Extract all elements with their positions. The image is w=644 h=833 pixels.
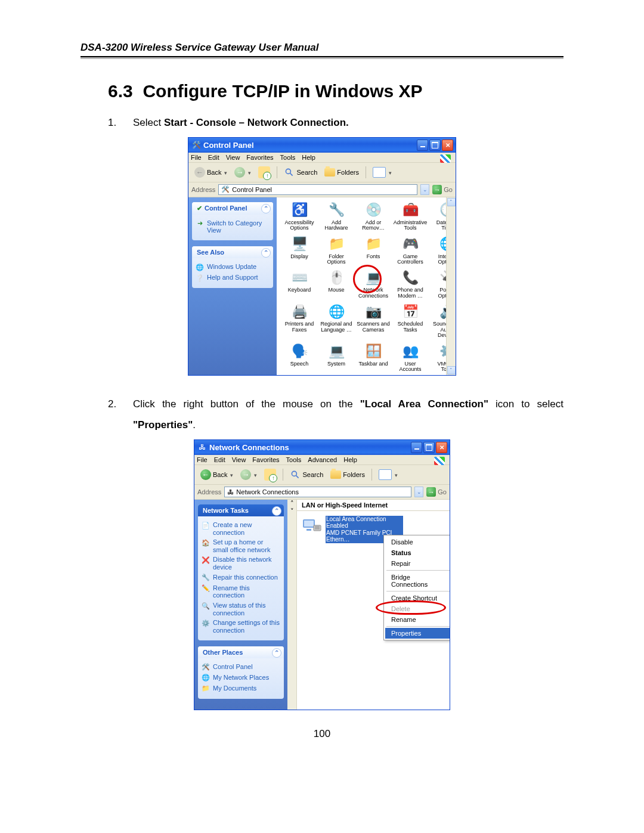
minimize-button[interactable] (411, 442, 422, 453)
minimize-button[interactable] (417, 140, 428, 151)
collapse-icon[interactable]: ⌃ (272, 506, 281, 516)
menu-help[interactable]: Help (343, 456, 357, 463)
cp-item[interactable]: 💿Add or Remov… (357, 201, 390, 231)
menu-help[interactable]: Help (302, 154, 315, 161)
cp-item[interactable]: 📁Folder Options (320, 235, 353, 265)
sidebar-control-panel-head[interactable]: ✔Control Panel ⌃ (192, 202, 273, 215)
collapse-icon[interactable]: ⌃ (261, 204, 271, 213)
cp-item[interactable]: 🪟Taskbar and (357, 342, 390, 373)
search-button[interactable]: Search (287, 468, 326, 481)
network-task[interactable]: ✏️Rename this connection (202, 583, 280, 600)
menu-favorites[interactable]: Favorites (246, 154, 273, 161)
menu-item[interactable]: Status (385, 547, 450, 558)
menu-edit[interactable]: Edit (214, 456, 225, 463)
titlebar[interactable]: 🖧 Network Connections (194, 440, 450, 455)
forward-button[interactable]: → (238, 468, 259, 481)
cp-item[interactable]: 🌐Regional and Language … (320, 302, 353, 338)
menu-item[interactable]: Bridge Connections (385, 572, 450, 590)
address-dropdown[interactable]: ⌄ (414, 487, 423, 497)
up-button[interactable] (256, 165, 273, 179)
other-place-network-places[interactable]: 🌐My Network Places (202, 673, 280, 683)
menu-edit[interactable]: Edit (208, 154, 219, 161)
cp-item[interactable]: 🖱️Mouse (320, 268, 353, 299)
scroll-up-button[interactable]: ˄ (447, 198, 456, 206)
forward-button[interactable]: → (232, 166, 253, 179)
cp-item[interactable]: 🔧Add Hardware (320, 201, 353, 231)
menu-file[interactable]: File (191, 154, 202, 161)
menu-advanced[interactable]: Advanced (308, 456, 337, 463)
back-dropdown-icon[interactable] (229, 471, 233, 478)
go-button[interactable]: → Go (432, 185, 453, 194)
cp-item[interactable]: 💻System (320, 342, 353, 373)
menu-item[interactable]: Repair (385, 558, 450, 569)
maximize-button[interactable] (429, 140, 441, 151)
menu-view[interactable]: View (232, 456, 246, 463)
folders-button[interactable]: Folders (322, 167, 361, 178)
search-button[interactable]: Search (281, 166, 320, 179)
cp-item[interactable]: 🎮Game Controllers (394, 235, 427, 265)
cp-item[interactable]: 📷Scanners and Cameras (357, 302, 390, 338)
network-task[interactable]: 🔍View status of this connection (202, 600, 280, 618)
cp-item[interactable]: 📁Fonts (357, 235, 390, 265)
views-button[interactable] (376, 468, 400, 481)
menu-item[interactable]: Properties (385, 628, 450, 639)
forward-dropdown-icon[interactable] (253, 471, 257, 478)
cp-item[interactable]: 📞Phone and Modem … (394, 268, 427, 299)
cp-item[interactable]: 📅Scheduled Tasks (394, 302, 427, 338)
collapse-icon[interactable]: ⌃ (261, 248, 271, 258)
network-task[interactable]: 📄Create a new connection (202, 520, 280, 537)
close-button[interactable] (442, 140, 453, 151)
scroll-down-button[interactable]: ˅ (290, 507, 294, 515)
back-dropdown-icon[interactable] (223, 169, 227, 176)
menu-item[interactable]: Create Shortcut (385, 593, 450, 603)
views-button[interactable] (370, 166, 394, 179)
other-place-control-panel[interactable]: 🛠️Control Panel (202, 662, 280, 673)
close-button[interactable] (436, 442, 447, 453)
scroll-up-button[interactable]: ˄ (290, 500, 294, 507)
folders-button[interactable]: Folders (328, 469, 367, 480)
cp-item[interactable]: 🧰Administrative Tools (394, 201, 427, 231)
forward-dropdown-icon[interactable] (247, 169, 251, 176)
up-button[interactable] (262, 467, 278, 482)
maximize-button[interactable] (423, 442, 435, 453)
windows-update-link[interactable]: 🌐Windows Update (196, 262, 270, 272)
address-input[interactable]: 🖧 Network Connections (224, 487, 411, 497)
left-scrollbar[interactable]: ˄ ˅ (287, 500, 297, 710)
network-task[interactable]: 🏠Set up a home or small office network (202, 537, 280, 555)
views-dropdown-icon[interactable] (394, 471, 398, 478)
back-button[interactable]: ← Back (198, 468, 236, 481)
scroll-down-button[interactable]: ˅ (447, 366, 456, 374)
go-button[interactable]: → Go (426, 487, 447, 497)
menu-item[interactable]: Rename (385, 614, 450, 625)
menu-view[interactable]: View (226, 154, 240, 161)
cp-item[interactable]: ♿Accessibility Options (283, 201, 316, 231)
back-button[interactable]: ← Back (192, 166, 230, 179)
menu-tools[interactable]: Tools (286, 456, 302, 463)
content-pane[interactable]: ˄ ˅ LAN or High-Speed Internet (287, 500, 450, 710)
titlebar[interactable]: 🛠️ Control Panel (188, 138, 456, 153)
scrollbar[interactable]: ˄ ˅ (446, 197, 456, 375)
connections-area[interactable]: Local Area Connection Enabled AMD PCNET … (297, 511, 450, 665)
menu-file[interactable]: File (197, 456, 208, 463)
content-pane[interactable]: ♿Accessibility Options🔧Add Hardware💿Add … (277, 197, 456, 375)
other-place-my-documents[interactable]: 📁My Documents (202, 683, 280, 694)
help-support-link[interactable]: ❔Help and Support (196, 272, 270, 283)
cp-item[interactable]: 👥User Accounts (394, 342, 427, 373)
switch-category-view-link[interactable]: ➜ Switch to Category View (196, 218, 270, 236)
cp-item[interactable]: 🖥️Display (283, 235, 316, 265)
network-task[interactable]: ❌Disable this network device (202, 555, 280, 572)
address-dropdown[interactable]: ⌄ (420, 184, 429, 195)
collapse-icon[interactable]: ⌃ (272, 648, 281, 658)
cp-item[interactable]: 💻Network Connections (357, 268, 390, 299)
cp-item[interactable]: 🗣️Speech (283, 342, 316, 373)
cp-item[interactable]: ⌨️Keyboard (283, 268, 316, 299)
network-task[interactable]: 🔧Repair this connection (202, 572, 280, 583)
cp-item[interactable]: 🖨️Printers and Faxes (283, 302, 316, 338)
sidebar-seealso-head[interactable]: See Also ⌃ (192, 246, 273, 258)
views-dropdown-icon[interactable] (388, 169, 392, 176)
sidebar-other-places-head[interactable]: Other Places ⌃ (198, 646, 284, 658)
network-task[interactable]: ⚙️Change settings of this connection (202, 618, 280, 635)
menu-favorites[interactable]: Favorites (252, 456, 279, 463)
address-input[interactable]: 🛠️ Control Panel (218, 184, 417, 195)
menu-tools[interactable]: Tools (280, 154, 296, 161)
